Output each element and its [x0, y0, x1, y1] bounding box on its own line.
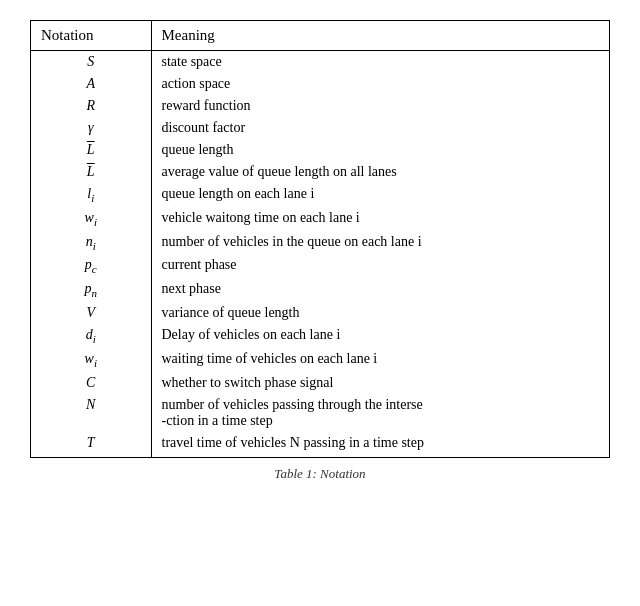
table-row: wivehicle waitong time on each lane i — [31, 207, 609, 231]
notation-cell: ni — [31, 231, 151, 255]
table-row: Rreward function — [31, 95, 609, 117]
notation-cell: li — [31, 183, 151, 207]
meaning-cell: number of vehicles passing through the i… — [151, 394, 609, 432]
header-notation: Notation — [31, 21, 151, 51]
meaning-cell: average value of queue length on all lan… — [151, 161, 609, 183]
meaning-cell: queue length on each lane i — [151, 183, 609, 207]
meaning-cell: reward function — [151, 95, 609, 117]
table-row: Nnumber of vehicles passing through the … — [31, 394, 609, 432]
notation-cell: pc — [31, 254, 151, 278]
meaning-cell: number of vehicles in the queue on each … — [151, 231, 609, 255]
meaning-cell: state space — [151, 51, 609, 74]
table-row: pnnext phase — [31, 278, 609, 302]
table-row: wiwaiting time of vehicles on each lane … — [31, 348, 609, 372]
table-row: Laverage value of queue length on all la… — [31, 161, 609, 183]
notation-cell: C — [31, 372, 151, 394]
meaning-cell: discount factor — [151, 117, 609, 139]
table-row: Cwhether to switch phase signal — [31, 372, 609, 394]
table-row: Aaction space — [31, 73, 609, 95]
notation-cell: L — [31, 139, 151, 161]
notation-cell: di — [31, 324, 151, 348]
table-row: Sstate space — [31, 51, 609, 74]
meaning-cell: vehicle waitong time on each lane i — [151, 207, 609, 231]
notation-table-container: Notation Meaning Sstate spaceAaction spa… — [30, 20, 610, 458]
notation-cell: wi — [31, 207, 151, 231]
table-row: liqueue length on each lane i — [31, 183, 609, 207]
notation-cell: wi — [31, 348, 151, 372]
meaning-cell: current phase — [151, 254, 609, 278]
notation-cell: pn — [31, 278, 151, 302]
table-row: Ttravel time of vehicles N passing in a … — [31, 432, 609, 457]
notation-cell: V — [31, 302, 151, 324]
table-row: pccurrent phase — [31, 254, 609, 278]
meaning-cell: travel time of vehicles N passing in a t… — [151, 432, 609, 457]
notation-table: Notation Meaning Sstate spaceAaction spa… — [31, 21, 609, 457]
meaning-cell: whether to switch phase signal — [151, 372, 609, 394]
table-row: ninumber of vehicles in the queue on eac… — [31, 231, 609, 255]
header-meaning: Meaning — [151, 21, 609, 51]
notation-cell: R — [31, 95, 151, 117]
notation-cell: A — [31, 73, 151, 95]
notation-cell: S — [31, 51, 151, 74]
meaning-cell: variance of queue length — [151, 302, 609, 324]
table-caption: Table 1: Notation — [274, 466, 365, 482]
table-row: Vvariance of queue length — [31, 302, 609, 324]
notation-cell: L — [31, 161, 151, 183]
meaning-cell: waiting time of vehicles on each lane i — [151, 348, 609, 372]
meaning-cell: Delay of vehicles on each lane i — [151, 324, 609, 348]
table-row: Lqueue length — [31, 139, 609, 161]
notation-cell: N — [31, 394, 151, 432]
notation-cell: T — [31, 432, 151, 457]
table-header-row: Notation Meaning — [31, 21, 609, 51]
meaning-cell: action space — [151, 73, 609, 95]
table-row: γdiscount factor — [31, 117, 609, 139]
notation-cell: γ — [31, 117, 151, 139]
meaning-cell: queue length — [151, 139, 609, 161]
meaning-cell: next phase — [151, 278, 609, 302]
table-row: diDelay of vehicles on each lane i — [31, 324, 609, 348]
